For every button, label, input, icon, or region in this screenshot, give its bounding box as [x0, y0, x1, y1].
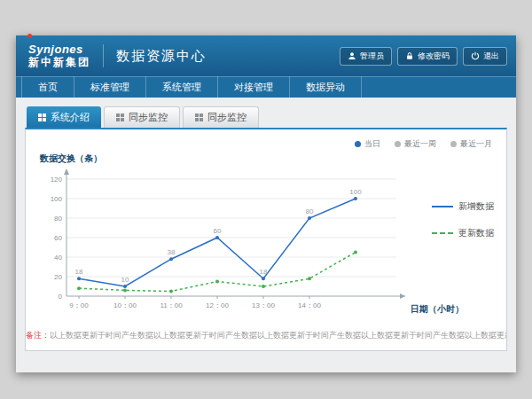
svg-text:20: 20	[54, 273, 62, 281]
svg-text:38: 38	[168, 248, 176, 256]
logo-accent-dot	[27, 34, 32, 38]
filter-dot-month	[450, 141, 457, 147]
svg-text:9：00: 9：00	[69, 301, 89, 309]
user-icon	[348, 51, 356, 60]
svg-text:60: 60	[214, 227, 222, 235]
svg-text:60: 60	[54, 234, 62, 242]
legend-line-update	[432, 232, 453, 234]
footnote-label: 备注：	[26, 331, 50, 340]
filter-label: 最近一周	[404, 138, 436, 150]
series-legend: 新增数据 更新数据	[432, 200, 494, 254]
lock-icon	[405, 51, 414, 60]
svg-text:10：00: 10：00	[113, 301, 137, 309]
svg-text:0: 0	[59, 293, 63, 301]
logo-text: Synjones	[28, 43, 90, 56]
svg-text:13：00: 13：00	[252, 301, 275, 309]
logout-button[interactable]: 退出	[463, 47, 507, 66]
filter-last-month[interactable]: 最近一月	[450, 138, 492, 150]
svg-text:12：00: 12：00	[206, 301, 229, 309]
header-divider	[103, 44, 104, 67]
logo: Synjones 新中新集团	[28, 43, 90, 67]
tab-label: 系统介绍	[51, 111, 90, 124]
admin-user-label: 管理员	[360, 51, 384, 62]
line-chart-svg: 0204060801001209：0010：0011：0012：0013：001…	[35, 167, 416, 325]
power-icon	[471, 51, 480, 60]
logo-subtitle: 新中新集团	[28, 57, 90, 68]
tab-bar: 系统介绍 同步监控 同步监控	[27, 106, 507, 128]
svg-text:80: 80	[54, 215, 62, 223]
svg-text:18: 18	[75, 268, 83, 276]
nav-item-home[interactable]: 首页	[21, 76, 74, 98]
legend-label: 新增数据	[458, 200, 494, 213]
footnote: 备注：以上数据更新于时间产生数据以上数据更新于时间产生数据以上数据更新于时间产生…	[26, 330, 506, 341]
app-window: Synjones 新中新集团 数据资源中心 管理员 修改密码	[16, 35, 516, 372]
tab-label: 同步监控	[129, 111, 168, 124]
legend-label: 更新数据	[458, 227, 494, 239]
filter-dot-today	[355, 141, 361, 147]
filter-label: 最近一月	[460, 138, 492, 150]
change-password-label: 修改密码	[418, 51, 450, 62]
header-actions: 管理员 修改密码 退出	[340, 47, 507, 66]
chart-panel: 当日 最近一周 最近一月 数据交换（条） 0204060801001209：00…	[25, 128, 507, 351]
filter-dot-week	[395, 141, 401, 147]
svg-text:18: 18	[260, 268, 268, 276]
main-nav: 首页 标准管理 系统管理 对接管理 数据异动	[16, 76, 516, 98]
header: Synjones 新中新集团 数据资源中心 管理员 修改密码	[16, 35, 516, 76]
legend-line-new	[432, 206, 453, 207]
x-axis-title: 日期（小时）	[411, 303, 464, 316]
logout-label: 退出	[483, 51, 499, 62]
svg-text:80: 80	[306, 207, 314, 215]
svg-text:14：00: 14：00	[298, 301, 321, 309]
nav-item-system-mgmt[interactable]: 系统管理	[146, 76, 218, 98]
tab-system-intro[interactable]: 系统介绍	[27, 106, 101, 128]
change-password-button[interactable]: 修改密码	[397, 47, 458, 66]
legend-item-update-data[interactable]: 更新数据	[432, 227, 494, 239]
page-title: 数据资源中心	[116, 48, 207, 65]
svg-text:120: 120	[51, 176, 63, 184]
tab-sync-monitor-1[interactable]: 同步监控	[104, 106, 180, 128]
svg-text:40: 40	[54, 254, 62, 262]
svg-text:10: 10	[121, 276, 129, 284]
svg-text:100: 100	[51, 195, 63, 203]
filter-today[interactable]: 当日	[355, 138, 380, 150]
svg-text:11：00: 11：00	[160, 301, 183, 309]
filter-last-week[interactable]: 最近一周	[395, 138, 436, 150]
legend-item-new-data[interactable]: 新增数据	[432, 200, 494, 213]
grid-icon	[116, 113, 124, 121]
nav-item-data-change[interactable]: 数据异动	[290, 76, 362, 98]
tab-label: 同步监控	[207, 111, 246, 124]
footnote-text: 以上数据更新于时间产生数据以上数据更新于时间产生数据以上数据更新于时间产生数据以…	[50, 331, 506, 340]
filter-label: 当日	[364, 138, 380, 150]
time-range-filters: 当日 最近一周 最近一月	[355, 138, 492, 150]
y-axis-title: 数据交换（条）	[40, 153, 102, 165]
svg-text:100: 100	[349, 188, 362, 196]
line-chart: 0204060801001209：0010：0011：0012：0013：001…	[35, 167, 416, 328]
grid-icon	[195, 113, 203, 121]
nav-item-interface-mgmt[interactable]: 对接管理	[218, 76, 290, 98]
admin-user-button[interactable]: 管理员	[340, 47, 392, 66]
tab-sync-monitor-2[interactable]: 同步监控	[183, 106, 259, 128]
grid-icon	[38, 113, 46, 121]
content-area: 系统介绍 同步监控 同步监控 当日	[16, 98, 516, 372]
nav-item-standard-mgmt[interactable]: 标准管理	[74, 76, 146, 98]
